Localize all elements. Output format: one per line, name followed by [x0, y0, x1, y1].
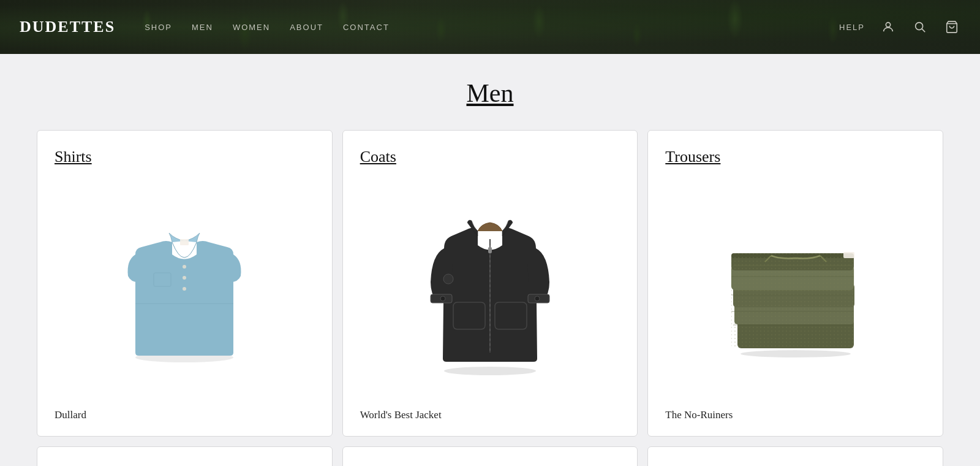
svg-line-2	[922, 29, 925, 32]
svg-point-8	[183, 265, 186, 269]
svg-point-0	[886, 23, 890, 27]
product-card-coats[interactable]: Coats	[342, 130, 638, 437]
svg-point-20	[443, 274, 453, 284]
svg-point-12	[444, 367, 536, 375]
nav-item-women[interactable]: WOMEN	[233, 23, 270, 32]
product-image-trousers	[665, 178, 925, 392]
product-image-shirts	[55, 178, 315, 392]
account-icon[interactable]	[880, 18, 897, 36]
product-name-trousers: The No-Ruiners	[665, 409, 925, 421]
product-grid-bottom	[37, 446, 943, 466]
product-card-partial-2[interactable]	[342, 446, 638, 466]
header-right: HELP	[839, 18, 960, 36]
svg-point-21	[741, 350, 851, 357]
category-link-trousers[interactable]: Trousers	[665, 148, 925, 166]
svg-rect-36	[731, 253, 854, 348]
help-link[interactable]: HELP	[839, 23, 865, 32]
category-link-shirts[interactable]: Shirts	[55, 148, 315, 166]
cart-icon[interactable]	[943, 18, 960, 36]
site-logo[interactable]: DUDETTES	[20, 18, 115, 36]
product-card-shirts[interactable]: Shirts	[37, 130, 333, 437]
coat-illustration	[420, 193, 560, 377]
search-icon[interactable]	[911, 18, 929, 36]
svg-point-10	[183, 287, 186, 291]
product-card-partial-1[interactable]	[37, 446, 333, 466]
nav-item-about[interactable]: ABOUT	[290, 23, 323, 32]
header-left: DUDETTES SHOPMENWOMENABOUTCONTACT	[20, 18, 390, 36]
svg-rect-15	[488, 247, 492, 253]
nav-item-contact[interactable]: CONTACT	[343, 23, 390, 32]
svg-point-1	[916, 23, 923, 30]
site-header: DUDETTES SHOPMENWOMENABOUTCONTACT HELP	[0, 0, 980, 54]
main-nav: SHOPMENWOMENABOUTCONTACT	[145, 23, 390, 32]
page-title: Men	[37, 78, 943, 108]
product-grid: Shirts	[37, 130, 943, 437]
product-card-trousers[interactable]: Trousers	[647, 130, 943, 437]
product-name-coats: World's Best Jacket	[360, 409, 620, 421]
svg-point-9	[183, 276, 186, 280]
svg-rect-6	[180, 239, 189, 245]
product-card-partial-3[interactable]	[647, 446, 943, 466]
svg-point-17	[440, 296, 445, 301]
svg-rect-37	[843, 252, 854, 258]
main-content: Men Shirts	[0, 54, 980, 466]
nav-item-shop[interactable]: SHOP	[145, 23, 172, 32]
trousers-illustration	[722, 212, 869, 359]
product-image-coats	[360, 178, 620, 392]
shirt-illustration	[117, 205, 252, 365]
nav-item-men[interactable]: MEN	[192, 23, 213, 32]
category-link-coats[interactable]: Coats	[360, 148, 620, 166]
product-name-shirts: Dullard	[55, 409, 315, 421]
svg-point-19	[535, 296, 540, 301]
